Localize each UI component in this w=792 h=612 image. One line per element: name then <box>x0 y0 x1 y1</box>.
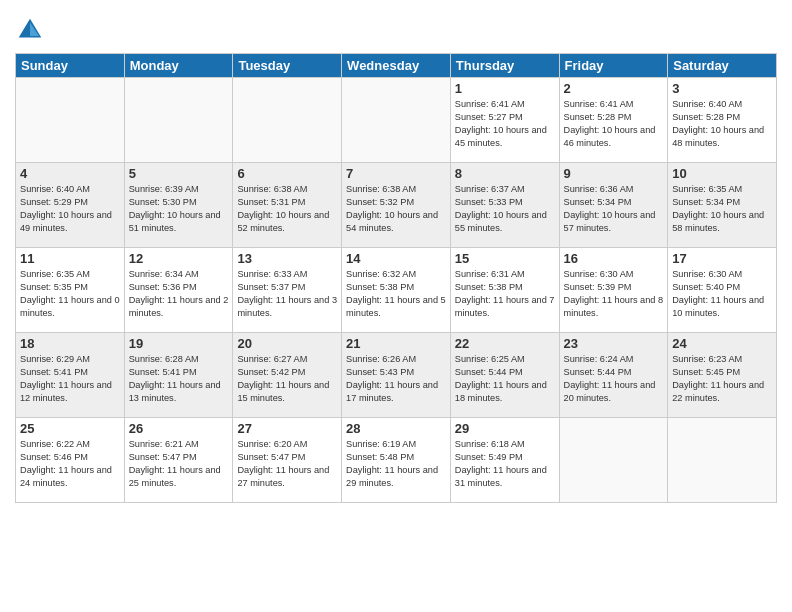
calendar-cell: 4Sunrise: 6:40 AM Sunset: 5:29 PM Daylig… <box>16 163 125 248</box>
calendar-cell: 9Sunrise: 6:36 AM Sunset: 5:34 PM Daylig… <box>559 163 668 248</box>
calendar-cell: 25Sunrise: 6:22 AM Sunset: 5:46 PM Dayli… <box>16 418 125 503</box>
day-number: 1 <box>455 81 555 96</box>
day-number: 17 <box>672 251 772 266</box>
week-row-1: 1Sunrise: 6:41 AM Sunset: 5:27 PM Daylig… <box>16 78 777 163</box>
day-info: Sunrise: 6:41 AM Sunset: 5:27 PM Dayligh… <box>455 98 555 150</box>
day-info: Sunrise: 6:29 AM Sunset: 5:41 PM Dayligh… <box>20 353 120 405</box>
calendar-cell: 12Sunrise: 6:34 AM Sunset: 5:36 PM Dayli… <box>124 248 233 333</box>
calendar-cell: 15Sunrise: 6:31 AM Sunset: 5:38 PM Dayli… <box>450 248 559 333</box>
day-info: Sunrise: 6:39 AM Sunset: 5:30 PM Dayligh… <box>129 183 229 235</box>
calendar-cell: 26Sunrise: 6:21 AM Sunset: 5:47 PM Dayli… <box>124 418 233 503</box>
day-info: Sunrise: 6:21 AM Sunset: 5:47 PM Dayligh… <box>129 438 229 490</box>
day-info: Sunrise: 6:18 AM Sunset: 5:49 PM Dayligh… <box>455 438 555 490</box>
col-saturday: Saturday <box>668 54 777 78</box>
day-number: 25 <box>20 421 120 436</box>
day-info: Sunrise: 6:35 AM Sunset: 5:34 PM Dayligh… <box>672 183 772 235</box>
page: Sunday Monday Tuesday Wednesday Thursday… <box>0 0 792 612</box>
header <box>15 10 777 45</box>
logo-icon <box>15 15 45 45</box>
calendar-cell: 14Sunrise: 6:32 AM Sunset: 5:38 PM Dayli… <box>342 248 451 333</box>
calendar-cell <box>342 78 451 163</box>
calendar-cell: 10Sunrise: 6:35 AM Sunset: 5:34 PM Dayli… <box>668 163 777 248</box>
calendar-cell: 5Sunrise: 6:39 AM Sunset: 5:30 PM Daylig… <box>124 163 233 248</box>
calendar-cell <box>668 418 777 503</box>
calendar-cell: 6Sunrise: 6:38 AM Sunset: 5:31 PM Daylig… <box>233 163 342 248</box>
calendar-cell: 7Sunrise: 6:38 AM Sunset: 5:32 PM Daylig… <box>342 163 451 248</box>
day-info: Sunrise: 6:40 AM Sunset: 5:28 PM Dayligh… <box>672 98 772 150</box>
day-info: Sunrise: 6:32 AM Sunset: 5:38 PM Dayligh… <box>346 268 446 320</box>
calendar-cell: 23Sunrise: 6:24 AM Sunset: 5:44 PM Dayli… <box>559 333 668 418</box>
calendar-cell: 21Sunrise: 6:26 AM Sunset: 5:43 PM Dayli… <box>342 333 451 418</box>
day-info: Sunrise: 6:37 AM Sunset: 5:33 PM Dayligh… <box>455 183 555 235</box>
day-number: 22 <box>455 336 555 351</box>
day-number: 23 <box>564 336 664 351</box>
day-info: Sunrise: 6:20 AM Sunset: 5:47 PM Dayligh… <box>237 438 337 490</box>
col-wednesday: Wednesday <box>342 54 451 78</box>
day-info: Sunrise: 6:30 AM Sunset: 5:39 PM Dayligh… <box>564 268 664 320</box>
day-number: 6 <box>237 166 337 181</box>
header-row: Sunday Monday Tuesday Wednesday Thursday… <box>16 54 777 78</box>
col-tuesday: Tuesday <box>233 54 342 78</box>
calendar-cell: 18Sunrise: 6:29 AM Sunset: 5:41 PM Dayli… <box>16 333 125 418</box>
calendar-cell: 28Sunrise: 6:19 AM Sunset: 5:48 PM Dayli… <box>342 418 451 503</box>
day-number: 11 <box>20 251 120 266</box>
week-row-3: 11Sunrise: 6:35 AM Sunset: 5:35 PM Dayli… <box>16 248 777 333</box>
col-thursday: Thursday <box>450 54 559 78</box>
day-info: Sunrise: 6:34 AM Sunset: 5:36 PM Dayligh… <box>129 268 229 320</box>
day-number: 2 <box>564 81 664 96</box>
week-row-4: 18Sunrise: 6:29 AM Sunset: 5:41 PM Dayli… <box>16 333 777 418</box>
day-info: Sunrise: 6:19 AM Sunset: 5:48 PM Dayligh… <box>346 438 446 490</box>
col-monday: Monday <box>124 54 233 78</box>
week-row-5: 25Sunrise: 6:22 AM Sunset: 5:46 PM Dayli… <box>16 418 777 503</box>
day-info: Sunrise: 6:25 AM Sunset: 5:44 PM Dayligh… <box>455 353 555 405</box>
calendar-cell: 20Sunrise: 6:27 AM Sunset: 5:42 PM Dayli… <box>233 333 342 418</box>
calendar-cell: 8Sunrise: 6:37 AM Sunset: 5:33 PM Daylig… <box>450 163 559 248</box>
day-info: Sunrise: 6:40 AM Sunset: 5:29 PM Dayligh… <box>20 183 120 235</box>
day-info: Sunrise: 6:24 AM Sunset: 5:44 PM Dayligh… <box>564 353 664 405</box>
calendar-cell <box>233 78 342 163</box>
calendar-cell: 22Sunrise: 6:25 AM Sunset: 5:44 PM Dayli… <box>450 333 559 418</box>
day-number: 7 <box>346 166 446 181</box>
calendar-cell: 11Sunrise: 6:35 AM Sunset: 5:35 PM Dayli… <box>16 248 125 333</box>
day-number: 13 <box>237 251 337 266</box>
calendar-cell: 2Sunrise: 6:41 AM Sunset: 5:28 PM Daylig… <box>559 78 668 163</box>
day-number: 20 <box>237 336 337 351</box>
day-number: 5 <box>129 166 229 181</box>
day-info: Sunrise: 6:30 AM Sunset: 5:40 PM Dayligh… <box>672 268 772 320</box>
day-number: 26 <box>129 421 229 436</box>
day-info: Sunrise: 6:36 AM Sunset: 5:34 PM Dayligh… <box>564 183 664 235</box>
day-info: Sunrise: 6:41 AM Sunset: 5:28 PM Dayligh… <box>564 98 664 150</box>
day-info: Sunrise: 6:35 AM Sunset: 5:35 PM Dayligh… <box>20 268 120 320</box>
day-info: Sunrise: 6:22 AM Sunset: 5:46 PM Dayligh… <box>20 438 120 490</box>
col-friday: Friday <box>559 54 668 78</box>
day-info: Sunrise: 6:28 AM Sunset: 5:41 PM Dayligh… <box>129 353 229 405</box>
calendar-cell: 13Sunrise: 6:33 AM Sunset: 5:37 PM Dayli… <box>233 248 342 333</box>
calendar-cell: 3Sunrise: 6:40 AM Sunset: 5:28 PM Daylig… <box>668 78 777 163</box>
calendar-cell: 16Sunrise: 6:30 AM Sunset: 5:39 PM Dayli… <box>559 248 668 333</box>
day-number: 19 <box>129 336 229 351</box>
day-number: 28 <box>346 421 446 436</box>
calendar-cell <box>559 418 668 503</box>
day-info: Sunrise: 6:26 AM Sunset: 5:43 PM Dayligh… <box>346 353 446 405</box>
calendar-cell: 27Sunrise: 6:20 AM Sunset: 5:47 PM Dayli… <box>233 418 342 503</box>
calendar-cell <box>124 78 233 163</box>
day-number: 3 <box>672 81 772 96</box>
calendar-cell: 29Sunrise: 6:18 AM Sunset: 5:49 PM Dayli… <box>450 418 559 503</box>
calendar-cell: 1Sunrise: 6:41 AM Sunset: 5:27 PM Daylig… <box>450 78 559 163</box>
calendar-cell: 17Sunrise: 6:30 AM Sunset: 5:40 PM Dayli… <box>668 248 777 333</box>
day-number: 14 <box>346 251 446 266</box>
day-number: 29 <box>455 421 555 436</box>
calendar-cell <box>16 78 125 163</box>
day-info: Sunrise: 6:38 AM Sunset: 5:32 PM Dayligh… <box>346 183 446 235</box>
day-number: 18 <box>20 336 120 351</box>
calendar: Sunday Monday Tuesday Wednesday Thursday… <box>15 53 777 503</box>
day-number: 10 <box>672 166 772 181</box>
calendar-cell: 24Sunrise: 6:23 AM Sunset: 5:45 PM Dayli… <box>668 333 777 418</box>
col-sunday: Sunday <box>16 54 125 78</box>
day-number: 27 <box>237 421 337 436</box>
calendar-header: Sunday Monday Tuesday Wednesday Thursday… <box>16 54 777 78</box>
day-number: 16 <box>564 251 664 266</box>
day-number: 4 <box>20 166 120 181</box>
day-number: 15 <box>455 251 555 266</box>
calendar-cell: 19Sunrise: 6:28 AM Sunset: 5:41 PM Dayli… <box>124 333 233 418</box>
